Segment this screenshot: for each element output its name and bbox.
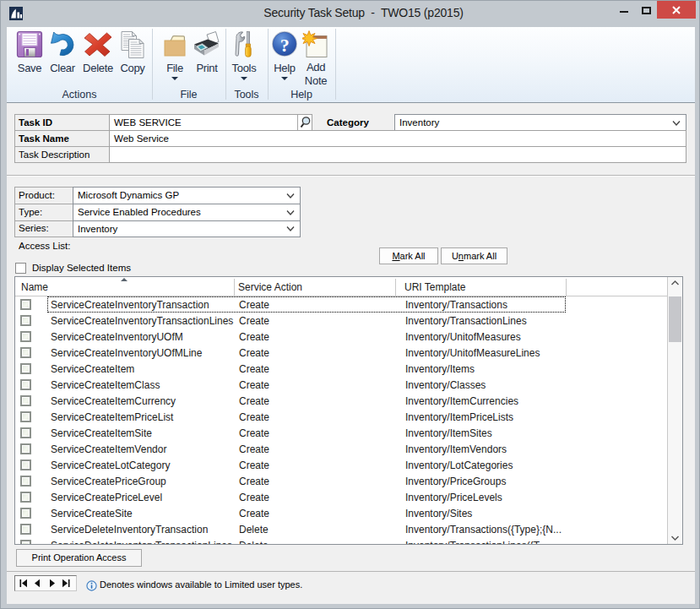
svg-text:?: ? [280, 35, 290, 56]
